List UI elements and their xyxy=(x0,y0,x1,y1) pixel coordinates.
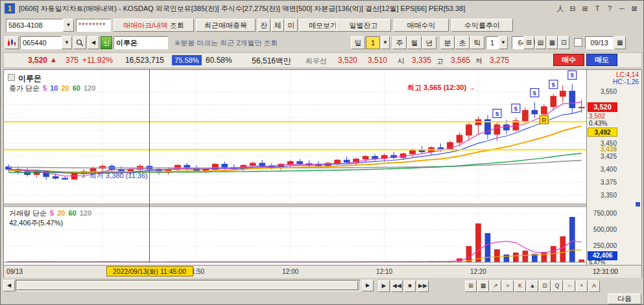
sub-pct-label: 0.43% xyxy=(589,120,607,127)
price-axis-label: 3,550 xyxy=(587,88,617,95)
period-day-button[interactable]: 일 xyxy=(351,36,365,49)
step-forward-icon[interactable]: ▶ xyxy=(378,280,390,292)
stock-search-button[interactable] xyxy=(73,36,86,49)
crosshair-time-tooltip: 2022/09/13(화) 11:45:00 xyxy=(106,266,193,277)
chart-area[interactable]: 555D55 이루온 종가 단순5102060120 최고 3,565 (12:… xyxy=(3,69,642,278)
buy-button[interactable]: 매수 xyxy=(553,54,584,66)
period-week-button[interactable]: 주 xyxy=(392,36,407,49)
price-ma-legend: 종가 단순5102060120 xyxy=(9,84,95,93)
period-year-button[interactable]: 년 xyxy=(422,36,436,49)
box-tool-icon[interactable]: ⊡ xyxy=(539,280,551,292)
tick-count-input[interactable]: 1 xyxy=(486,36,499,49)
pane-resize-handle[interactable] xyxy=(635,201,641,207)
list-icon[interactable]: ▤ xyxy=(535,36,546,49)
panel-icon[interactable]: ⊟ xyxy=(567,3,578,14)
ma20-legend: 20 xyxy=(61,84,69,92)
time-axis-end-label: 12:31:00 xyxy=(593,268,618,275)
ma120-legend: 120 xyxy=(84,84,95,92)
password-field[interactable]: ******** xyxy=(76,19,111,32)
help-icon[interactable]: ? xyxy=(604,3,615,14)
close-icon[interactable]: ⊠ xyxy=(629,3,639,14)
high-annotation: 최고 3,565 (12:30) → xyxy=(407,83,475,93)
stop-icon[interactable]: ■ xyxy=(404,280,416,292)
calendar-icon[interactable]: ▦ xyxy=(614,36,626,49)
low-annotation-text: 최저 3,380 (11:36) xyxy=(89,172,148,179)
low-price: 3,275 xyxy=(484,56,509,65)
date-input[interactable]: 09/13 xyxy=(585,36,614,49)
stock-code-dropdown-icon[interactable]: ▼ xyxy=(62,36,72,49)
save-icon[interactable]: ▦ xyxy=(547,36,558,49)
day-volume: 16,523,715 xyxy=(119,56,164,65)
account-dropdown-icon[interactable]: ▼ xyxy=(63,19,74,32)
vol-ma20-legend: 20 xyxy=(57,209,65,217)
pattern-tool-icon[interactable]: ▦ xyxy=(477,280,489,292)
zoom-icon[interactable]: Q xyxy=(551,280,563,292)
scroll-right-icon[interactable]: ▶ xyxy=(362,280,374,291)
chart-canvas[interactable]: 555D55 xyxy=(4,70,586,265)
balance-toggle-button[interactable]: 잔 xyxy=(257,19,270,32)
window-title: [0606] 자동일지차트(매매내역) - KOSDAQ 외국인보유[385(천… xyxy=(19,4,531,14)
day-count-input[interactable]: 1 xyxy=(366,36,380,49)
stock-code-input[interactable]: 065440 xyxy=(20,36,62,49)
price-arrow-icon: ▲ xyxy=(50,56,57,63)
layout-icon[interactable]: ⊞ xyxy=(580,3,590,14)
auto-checkbox[interactable] xyxy=(574,38,582,47)
svg-text:5: 5 xyxy=(514,106,518,112)
stock-name-field[interactable]: 이루온 xyxy=(113,36,168,49)
volume-axis-label: 250,000 xyxy=(587,242,617,249)
filled-toggle-button[interactable]: 체 xyxy=(271,19,284,32)
day-count-dropdown-icon[interactable]: ▼ xyxy=(381,36,390,49)
wave-tool-icon[interactable]: ≈ xyxy=(502,280,514,292)
trade-amount: 56,516백만 xyxy=(244,56,291,67)
period-month-button[interactable]: 월 xyxy=(407,36,422,49)
vol-ma120-legend: 120 xyxy=(80,209,91,217)
high-price: 3,565 xyxy=(446,56,470,65)
svg-text:5: 5 xyxy=(571,72,574,78)
zoom-out-icon[interactable]: − xyxy=(564,280,575,292)
k-chart-icon[interactable]: K xyxy=(514,280,526,292)
period-minute-button[interactable]: 분 xyxy=(440,36,455,49)
tick-count-dropdown-icon[interactable]: ▼ xyxy=(499,36,508,49)
trendline-tool-icon[interactable]: ↗ xyxy=(490,280,501,292)
open-price: 3,335 xyxy=(407,56,431,65)
user-icon[interactable]: 人 xyxy=(555,3,566,14)
trade-mark-inquiry-button[interactable]: 매매마크/내역 조회 xyxy=(113,19,194,32)
text-tool-icon[interactable]: T xyxy=(592,3,602,14)
minimize-icon[interactable]: ─ xyxy=(617,3,627,14)
next-button[interactable]: 다음 xyxy=(608,293,641,304)
price-axis-label: 3,400 xyxy=(587,166,617,173)
scrollbar-track[interactable] xyxy=(16,280,361,291)
period-tick-button[interactable]: 틱 xyxy=(470,36,484,49)
svg-text:5: 5 xyxy=(495,111,499,117)
high-arrow-icon: → xyxy=(468,84,475,91)
trade-profit-button[interactable]: 매매수익 xyxy=(394,19,449,32)
alert-price-label: 3,438 xyxy=(587,146,617,153)
price-axis-label: 3,425 xyxy=(587,153,617,160)
rewind-icon[interactable]: ◀◀ xyxy=(391,280,403,292)
shape-tool-icon[interactable]: ▲ xyxy=(527,280,538,292)
period-second-button[interactable]: 초 xyxy=(455,36,470,49)
ma10-legend: 10 xyxy=(50,84,58,92)
font-size-icon[interactable]: A xyxy=(588,280,600,292)
grid-tool-icon[interactable]: ⊞ xyxy=(465,280,477,292)
fast-forward-icon[interactable]: ▶▶ xyxy=(417,280,429,292)
stock-nav-icon[interactable]: ◀ xyxy=(88,36,99,49)
recent-trades-button[interactable]: 최근매매종목 xyxy=(196,19,256,32)
account-select[interactable]: 5863-4108 xyxy=(6,19,63,32)
sell-button[interactable]: 매도 xyxy=(586,54,617,66)
scroll-left-icon[interactable]: ◀ xyxy=(3,280,15,291)
current-price: 3,520 xyxy=(10,56,47,65)
settings-icon[interactable]: ⊡ xyxy=(558,36,569,49)
turnover-ratio: 60.58% xyxy=(206,56,232,65)
scrollbar-thumb[interactable] xyxy=(17,281,358,290)
split-chart-icon[interactable]: ⊞ xyxy=(523,36,534,49)
unfilled-toggle-button[interactable]: 미 xyxy=(285,19,298,32)
time-axis-date-label: 09/13 xyxy=(6,268,23,275)
inquiry-label: 조회 xyxy=(170,21,184,29)
return-trend-button[interactable]: 수익률추이 xyxy=(451,19,513,32)
price-change-pct: +11.92% xyxy=(82,56,113,65)
chart-type-button[interactable] xyxy=(5,36,19,49)
candlestick-icon xyxy=(7,39,16,47)
zoom-in-icon[interactable]: + xyxy=(576,280,588,292)
daily-balance-button[interactable]: 일별잔고 xyxy=(336,19,391,32)
